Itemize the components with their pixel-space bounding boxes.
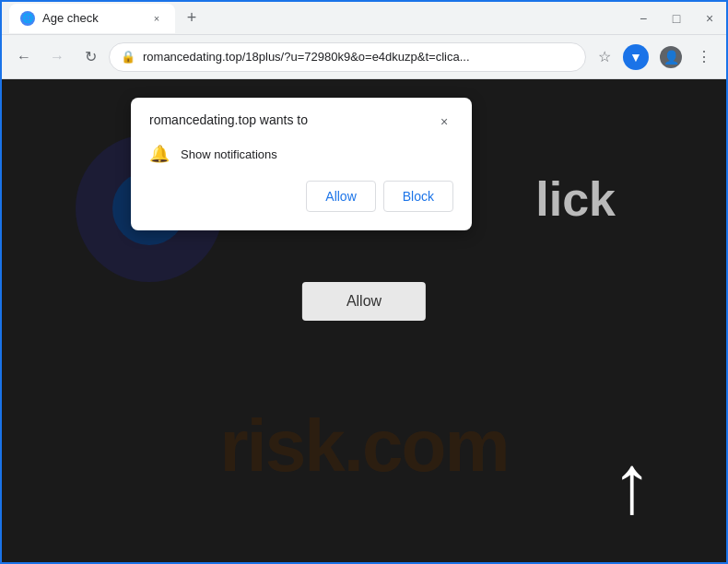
download-indicator: ▼ [623, 44, 649, 70]
avatar: 👤 [660, 46, 682, 68]
url-bar[interactable]: 🔒 romancedating.top/18plus/?u=72980k9&o=… [109, 42, 586, 72]
window-controls: − □ × [634, 9, 719, 28]
arrow-up-icon: ↑ [611, 442, 652, 525]
tab-title: Age check [42, 11, 142, 25]
maximize-button[interactable]: □ [667, 9, 686, 28]
chrome-menu-button[interactable]: ⋮ [689, 42, 719, 72]
title-bar: 🌐 Age check × + − □ × [2, 2, 726, 35]
active-tab[interactable]: 🌐 Age check × [9, 4, 175, 33]
page-content: lick risk.com ↑ Allow romancedating.top … [2, 79, 726, 562]
page-allow-button[interactable]: Allow [302, 282, 426, 321]
close-window-button[interactable]: × [700, 9, 719, 28]
new-tab-button[interactable]: + [179, 6, 205, 31]
dialog-header: romancedating.top wants to × [149, 112, 453, 131]
reload-button[interactable]: ↻ [76, 42, 105, 72]
minimize-button[interactable]: − [634, 9, 652, 28]
bell-icon: 🔔 [149, 144, 170, 164]
profile-button[interactable]: 👤 [656, 42, 686, 72]
dialog-title: romancedating.top wants to [149, 112, 308, 127]
click-text: lick [535, 171, 616, 227]
forward-button[interactable]: → [42, 42, 72, 72]
tab-close-button[interactable]: × [149, 11, 164, 26]
notification-permission-dialog: romancedating.top wants to × 🔔 Show noti… [131, 98, 472, 230]
block-button[interactable]: Block [383, 181, 453, 212]
address-bar: ← → ↻ 🔒 romancedating.top/18plus/?u=7298… [2, 35, 726, 79]
url-text: romancedating.top/18plus/?u=72980k9&o=e4… [143, 50, 574, 64]
dialog-notification-text: Show notifications [181, 147, 277, 161]
lock-icon: 🔒 [121, 50, 135, 64]
tab-favicon: 🌐 [20, 11, 35, 26]
back-button[interactable]: ← [9, 42, 39, 72]
watermark-text: risk.com [219, 404, 508, 488]
bookmark-star-button[interactable]: ☆ [590, 42, 619, 72]
dialog-notification-row: 🔔 Show notifications [149, 144, 453, 164]
dialog-buttons: Allow Block [149, 181, 453, 212]
allow-button[interactable]: Allow [306, 181, 375, 212]
dialog-close-button[interactable]: × [435, 112, 453, 131]
browser-window: 🌐 Age check × + − □ × ← → ↻ 🔒 romancedat… [2, 2, 726, 562]
